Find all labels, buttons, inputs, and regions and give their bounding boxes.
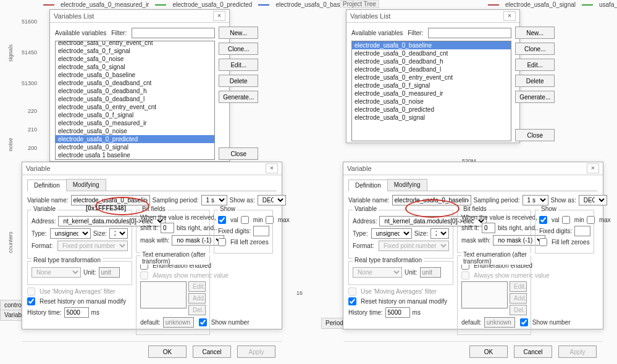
filter-input[interactable] — [428, 28, 511, 38]
variable-name-input[interactable] — [71, 195, 150, 205]
variable-name-input[interactable] — [392, 195, 471, 205]
list-item[interactable]: electrode_usafa_0_f_signal — [352, 81, 511, 89]
edit-button[interactable]: Edit... — [219, 59, 258, 71]
close-icon[interactable]: × — [213, 11, 225, 21]
shift-input[interactable] — [482, 223, 495, 233]
bit-recv-label: When the value is received, — [140, 214, 206, 221]
cancel-button[interactable]: Cancel — [193, 345, 231, 358]
list-item[interactable]: electrode_usafa_0_deadband_h — [352, 57, 511, 65]
size-select[interactable]: 2 — [430, 228, 449, 239]
variable-list[interactable]: electrode_usafa_0_baselineelectrode_usaf… — [351, 41, 511, 141]
list-item[interactable]: electrode_usafa_0_entry_event_cnt — [56, 103, 214, 111]
list-item[interactable]: electrode_usafa_0_signal — [56, 143, 214, 151]
tab-definition[interactable]: Definition — [348, 180, 388, 191]
list-item[interactable]: electrode_usafa_0_deadband_cnt — [56, 79, 214, 87]
list-item[interactable]: electrode_usafa_0_measured_ir — [352, 89, 511, 97]
clone-button[interactable]: Clone... — [515, 43, 555, 55]
list-item[interactable]: electrode_usafa_0_entry_event_cnt — [352, 73, 511, 81]
list-item[interactable]: electrode_usafa_0_predicted — [56, 135, 214, 143]
available-label: Available variables — [351, 30, 403, 36]
show-min-checkbox[interactable] — [241, 216, 249, 224]
variable-list[interactable]: control_aslider_1->flags_directioncontro… — [55, 41, 215, 160]
clone-button[interactable]: Clone... — [219, 43, 258, 55]
list-item[interactable]: electrode usafa 1 baseline — [56, 151, 214, 159]
default-label: default: — [140, 319, 161, 326]
list-item[interactable]: electrode_usafa_0_signal — [352, 114, 511, 122]
list-item[interactable]: electrode_usafa_0_deadband_h — [56, 87, 214, 95]
showas-select[interactable]: DEC — [579, 195, 607, 205]
filter-input[interactable] — [132, 28, 215, 38]
history-unit: ms — [413, 309, 421, 316]
close-icon[interactable]: × — [266, 163, 278, 173]
show-val-checkbox[interactable] — [218, 216, 226, 224]
list-item[interactable]: electrode_safa_0_entry_event_cnt — [56, 41, 214, 47]
list-item[interactable]: electrode_usafa_0_measured_ir — [56, 119, 214, 127]
sampling-select[interactable]: 1 s — [201, 195, 227, 205]
close-icon[interactable]: × — [587, 163, 599, 173]
enum-del-button: Del. — [188, 305, 206, 315]
tab-definition[interactable]: Definition — [27, 180, 67, 191]
fixed-digits-input[interactable] — [253, 226, 269, 236]
tab-modifying[interactable]: Modifying — [66, 179, 106, 191]
cancel-button[interactable]: Cancel — [514, 345, 552, 358]
list-item[interactable]: electrode_usafa_0_baseline — [352, 41, 511, 49]
generate-button[interactable]: Generate... — [515, 91, 555, 103]
titlebar[interactable]: Variables List × — [50, 10, 229, 23]
list-item[interactable]: electrode_usafa_0_noise — [352, 97, 511, 105]
titlebar[interactable]: Variables List × — [346, 10, 519, 23]
new-button[interactable]: New... — [515, 27, 555, 39]
delete-button[interactable]: Delete — [515, 75, 555, 87]
group-text-enum: Text enumeration (after transform) Enume… — [457, 255, 531, 335]
delete-button[interactable]: Delete — [219, 75, 258, 87]
type-select[interactable]: unsigned int — [50, 228, 91, 239]
list-item[interactable]: electrode_usafa_0_baseline — [56, 71, 214, 79]
show-max-checkbox[interactable] — [587, 216, 595, 224]
list-item[interactable]: electrode_usafa_0_deadband_l — [352, 65, 511, 73]
project-tree-title: Project Tree — [340, 0, 379, 8]
history-time-input[interactable] — [385, 307, 410, 318]
list-item[interactable]: electrode_safa_0_noise — [56, 55, 214, 63]
history-time-input[interactable] — [64, 307, 89, 318]
edit-button[interactable]: Edit... — [515, 59, 555, 71]
tabbar: Definition Modifying — [348, 179, 598, 191]
close-icon[interactable]: × — [503, 11, 516, 21]
show-min-checkbox[interactable] — [562, 216, 570, 224]
reset-history-checkbox[interactable] — [27, 297, 35, 305]
new-button[interactable]: New... — [219, 27, 258, 39]
ok-button[interactable]: OK — [469, 345, 508, 358]
reset-history-label: Reset history on manual modify — [40, 298, 126, 305]
type-select[interactable]: unsigned int — [371, 228, 412, 239]
close-button[interactable]: Close — [515, 129, 555, 141]
reset-history-label: Reset history on manual modify — [361, 298, 447, 305]
list-item[interactable]: electrode_safa_0_f_signal — [56, 47, 214, 55]
group-legend: Text enumeration (after transform) — [140, 251, 209, 265]
size-select[interactable]: 2 — [109, 228, 128, 239]
titlebar[interactable]: Variable × — [22, 162, 282, 175]
showas-select[interactable]: DEC — [258, 195, 286, 205]
list-item[interactable]: electrode_usafa_0_deadband_l — [56, 95, 214, 103]
show-val-checkbox[interactable] — [539, 216, 547, 224]
list-item[interactable]: electrode_usafa_0_deadband_cnt — [352, 49, 511, 57]
fill-zeroes-checkbox[interactable] — [539, 238, 547, 246]
list-item[interactable]: electrode_usafa_0_predicted — [352, 105, 511, 114]
group-legend: Variable — [31, 205, 57, 212]
shift-input[interactable] — [161, 223, 174, 233]
reset-history-checkbox[interactable] — [348, 297, 356, 305]
legend-swatch — [258, 4, 269, 6]
titlebar[interactable]: Variable × — [343, 162, 603, 175]
tab-modifying[interactable]: Modifying — [387, 179, 427, 191]
generate-button[interactable]: Generate... — [219, 91, 258, 103]
list-item[interactable]: electrode_safa_0_signal — [56, 63, 214, 71]
sampling-select[interactable]: 1 s — [523, 195, 548, 205]
address-label: Address: — [353, 218, 377, 225]
fill-zeroes-checkbox[interactable] — [218, 238, 226, 246]
list-item[interactable]: electrode_usafa_0_noise — [56, 127, 214, 135]
ok-button[interactable]: OK — [148, 345, 187, 358]
close-button[interactable]: Close — [219, 147, 258, 160]
show-max-label: max — [599, 217, 611, 223]
show-number-checkbox[interactable] — [199, 318, 207, 326]
show-number-checkbox[interactable] — [520, 318, 528, 326]
list-item[interactable]: electrode_usafa_0_f_signal — [56, 111, 214, 119]
show-max-checkbox[interactable] — [266, 216, 274, 224]
fixed-digits-input[interactable] — [574, 226, 590, 236]
